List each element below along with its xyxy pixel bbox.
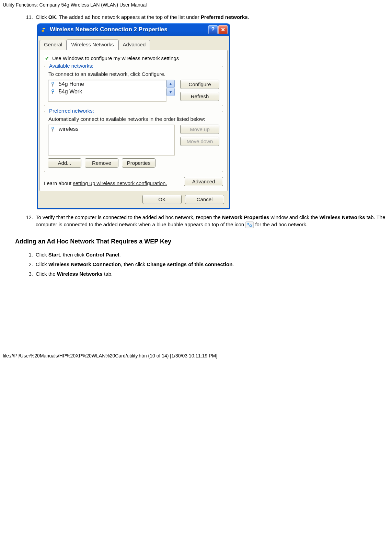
step-number: 1.	[22, 251, 33, 258]
available-networks-list[interactable]: 54g Home 54g Work	[48, 80, 166, 102]
scroll-down-icon[interactable]: ▼	[166, 88, 175, 96]
text: tab.	[103, 271, 113, 277]
list-item-label: 54g Work	[59, 89, 82, 95]
list-item-label: wireless	[59, 126, 79, 132]
text: Learn about	[44, 180, 73, 186]
step-number: 2.	[22, 261, 33, 268]
help-button[interactable]: ?	[208, 25, 218, 34]
use-windows-label: Use Windows to configure my wireless net…	[52, 55, 179, 61]
step-12: 12. To verify that the computer is conne…	[22, 214, 389, 228]
text: To verify that the computer is connected…	[36, 214, 222, 220]
step-b-2: 2. Click Wireless Network Connection, th…	[22, 261, 389, 268]
list-item-label: 54g Home	[59, 81, 84, 87]
scrollbar[interactable]: ▲ ▼	[166, 80, 175, 96]
text: , then click	[121, 261, 147, 267]
text: Click	[36, 252, 48, 258]
text: for the ad hoc network.	[255, 221, 308, 227]
learn-text: Learn about setting up wireless network …	[44, 180, 167, 186]
svg-point-3	[52, 82, 54, 84]
list-item[interactable]: 54g Home	[48, 80, 166, 88]
step-b-3: 3. Click the Wireless Networks tab.	[22, 271, 389, 277]
text: Click	[36, 261, 48, 267]
use-windows-checkbox[interactable]: ✔	[44, 55, 50, 61]
available-networks-group: Available networks: To connect to an ava…	[44, 66, 223, 106]
scroll-up-icon[interactable]: ▲	[166, 80, 175, 88]
tab-advanced[interactable]: Advanced	[118, 40, 150, 50]
cancel-button[interactable]: Cancel	[185, 195, 224, 204]
page-header: Utility Functions: Company 54g Wireless …	[3, 2, 389, 8]
dialog-footer: OK Cancel	[38, 191, 229, 208]
move-up-button[interactable]: Move up	[180, 125, 219, 134]
window-icon	[41, 26, 47, 33]
text: Click the	[36, 271, 57, 277]
tab-strip: General Wireless Networks Advanced	[39, 39, 229, 50]
advanced-button[interactable]: Advanced	[184, 177, 223, 186]
text: .	[119, 252, 120, 258]
step-b-1: 1. Click Start, then click Control Panel…	[22, 251, 389, 258]
tab-wireless-networks[interactable]: Wireless Networks	[67, 39, 118, 50]
text: .	[232, 261, 234, 267]
bold: Control Panel	[86, 252, 119, 258]
bold: Network Properties	[222, 214, 269, 220]
tab-general[interactable]: General	[39, 40, 67, 50]
text: .	[248, 14, 249, 20]
bold: Wireless Networks	[57, 271, 103, 277]
group-title: Preferred networks:	[48, 108, 95, 114]
network-icon	[50, 81, 56, 87]
bold: Preferred networks	[201, 14, 248, 20]
move-down-button[interactable]: Move down	[180, 137, 219, 146]
ok-button[interactable]: OK	[142, 195, 182, 204]
text: , then click	[60, 252, 86, 258]
network-icon	[50, 126, 56, 132]
preferred-networks-list[interactable]: wireless	[48, 125, 175, 156]
add-button[interactable]: Add...	[48, 158, 81, 168]
svg-point-5	[52, 90, 54, 92]
preferred-networks-group: Preferred networks: Automatically connec…	[44, 111, 223, 172]
wireless-properties-dialog: Wireless Network Connection 2 Properties…	[37, 23, 230, 209]
list-item[interactable]: 54g Work	[48, 88, 166, 95]
svg-point-7	[52, 127, 54, 129]
close-button[interactable]: ✕	[218, 25, 228, 34]
titlebar[interactable]: Wireless Network Connection 2 Properties…	[38, 23, 229, 36]
text: Click	[36, 14, 48, 20]
window-title: Wireless Network Connection 2 Properties	[50, 26, 208, 33]
bold: Wireless Network Connection	[48, 261, 121, 267]
bold: OK	[48, 14, 56, 20]
group-desc: To connect to an available network, clic…	[48, 71, 219, 77]
bold: Change settings of this connection	[147, 261, 232, 267]
group-desc: Automatically connect to available netwo…	[48, 116, 219, 122]
group-title: Available networks:	[48, 63, 95, 69]
bold: Start	[48, 252, 60, 258]
adhoc-connected-icon	[245, 221, 254, 228]
svg-point-10	[250, 225, 252, 227]
section-title: Adding an Ad Hoc Network That Requires a…	[15, 238, 389, 245]
remove-button[interactable]: Remove	[85, 158, 118, 168]
bold: Wireless Networks	[319, 214, 365, 220]
network-icon	[50, 89, 56, 95]
step-number: 3.	[22, 271, 33, 277]
refresh-button[interactable]: Refresh	[180, 92, 219, 101]
step-number: 12.	[22, 214, 33, 228]
configure-button[interactable]: Configure	[180, 80, 219, 89]
svg-rect-0	[42, 30, 44, 32]
properties-button[interactable]: Properties	[122, 158, 155, 168]
svg-point-9	[247, 223, 249, 225]
list-item[interactable]: wireless	[48, 125, 174, 133]
tab-panel: ✔ Use Windows to configure my wireless n…	[39, 50, 228, 191]
text: . The added ad hoc network appears at th…	[56, 14, 201, 20]
learn-link[interactable]: setting up wireless network configuratio…	[73, 180, 167, 186]
step-number: 11.	[22, 14, 33, 21]
page-footer: file:///P|/User%20Manuals/HP%20XP%20WLAN…	[3, 353, 389, 358]
text: window and click the	[269, 214, 319, 220]
step-11: 11. Click OK. The added ad hoc network a…	[22, 14, 389, 21]
